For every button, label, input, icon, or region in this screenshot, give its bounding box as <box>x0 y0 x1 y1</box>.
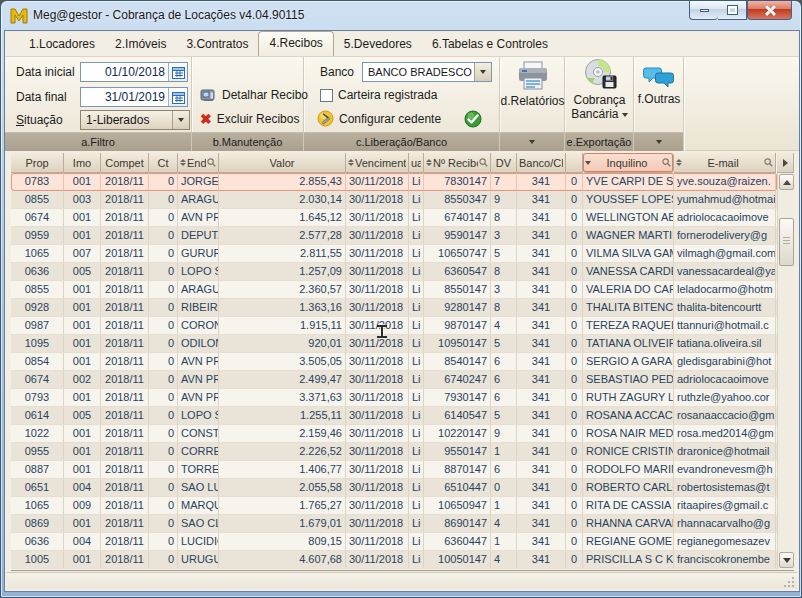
cell-imo[interactable]: 001 <box>64 425 101 443</box>
cell-e-mail[interactable]: rhannacarvalho@g <box>674 515 776 533</box>
cell-prop[interactable]: 0636 <box>11 263 64 281</box>
scroll-thumb[interactable] <box>779 218 794 266</box>
cell-dv[interactable]: 8 <box>491 209 517 227</box>
cell-e-mail[interactable]: franciscokronembe <box>674 551 776 569</box>
cell-prop[interactable]: 0887 <box>11 461 64 479</box>
cell-e-mail[interactable]: vilmagh@gmail.com <box>674 245 776 263</box>
cell-valor[interactable]: 2.159,46 <box>219 425 346 443</box>
cell-endere-o[interactable]: DEPUTADO <box>178 227 219 245</box>
cell-dv[interactable]: 6 <box>491 353 517 371</box>
maximize-button[interactable] <box>718 1 747 20</box>
cell-banco-crt[interactable]: 341 <box>517 173 566 191</box>
cell-n-recibo[interactable]: 10650747 <box>424 245 491 263</box>
cell-imo[interactable]: 001 <box>64 353 101 371</box>
cell-inquilino[interactable]: ROSA NAIR MEDEI <box>583 425 674 443</box>
cell-e-mail[interactable]: draronice@hotmail <box>674 443 776 461</box>
cell-compet[interactable]: 2018/11 <box>101 227 149 245</box>
cell-e-mail[interactable]: ritaapires@gmail.c <box>674 497 776 515</box>
cell-e-mail[interactable]: robertosistemas@t <box>674 479 776 497</box>
cell-n-recibo[interactable]: 8550147 <box>424 281 491 299</box>
cell-endere-o[interactable]: LOPO SAR <box>178 263 219 281</box>
tab-5-devedores[interactable]: 5.Devedores <box>334 33 422 56</box>
cell-ct[interactable]: 0 <box>149 551 178 569</box>
cell-endere-o[interactable]: AVN PRAD <box>178 209 219 227</box>
cell-vencimento[interactable]: 30/11/2018 <box>346 515 409 533</box>
cell-prop[interactable]: 0614 <box>11 407 64 425</box>
cell-ua[interactable]: Li <box>409 497 424 515</box>
cell-ua[interactable]: Li <box>409 227 424 245</box>
cell-inquilino[interactable]: RONICE CRISTINA <box>583 443 674 461</box>
cell-n-recibo[interactable]: 10220147 <box>424 425 491 443</box>
cell-prop[interactable]: 0636 <box>11 533 64 551</box>
cell-prop[interactable]: 0674 <box>11 209 64 227</box>
data-inicial-field[interactable]: 01/10/2018 <box>80 62 188 82</box>
tab-4-recibos[interactable]: 4.Recibos <box>258 31 333 56</box>
cell-dv[interactable]: 5 <box>491 335 517 353</box>
cell-imo[interactable]: 005 <box>64 407 101 425</box>
column-header-banco-crt[interactable]: Banco/CRT <box>517 153 566 173</box>
cell-ua[interactable]: Li <box>409 353 424 371</box>
cell-imo[interactable]: 001 <box>64 389 101 407</box>
cell-ua[interactable]: Li <box>409 191 424 209</box>
cell-n-recibo[interactable]: 8540147 <box>424 353 491 371</box>
cell-banco-crt[interactable]: 341 <box>517 515 566 533</box>
cell-ua[interactable]: Li <box>409 479 424 497</box>
cell-imo[interactable]: 009 <box>64 497 101 515</box>
cell-compet[interactable]: 2018/11 <box>101 353 149 371</box>
column-header-endere-o[interactable]: Endereço <box>178 153 219 173</box>
cell-compet[interactable]: 2018/11 <box>101 281 149 299</box>
column-header-ct[interactable]: Ct <box>149 153 178 173</box>
situacao-dropdown-button[interactable] <box>172 111 189 129</box>
cell-ct[interactable]: 0 <box>149 191 178 209</box>
cell-dv[interactable]: 9 <box>491 425 517 443</box>
cell-e-mail[interactable]: rosanaaccacio@gm <box>674 407 776 425</box>
cell-dv[interactable]: 0 <box>491 479 517 497</box>
cell-imo[interactable]: 007 <box>64 245 101 263</box>
cell-prop[interactable]: 0928 <box>11 299 64 317</box>
cell-ct[interactable]: 0 <box>149 299 178 317</box>
cell-banco-crt[interactable]: 341 <box>517 443 566 461</box>
cell-inquilino[interactable]: VILMA SILVA GAM <box>583 245 674 263</box>
cell-n-recibo[interactable]: 6740147 <box>424 209 491 227</box>
cell-ua[interactable]: Li <box>409 389 424 407</box>
table-row[interactable]: 07830012018/110JORGE YU2.855,4330/11/201… <box>11 173 777 191</box>
cell-banco-crt[interactable]: 341 <box>517 551 566 569</box>
cell-vencimento[interactable]: 30/11/2018 <box>346 443 409 461</box>
cell-n-recibo[interactable]: 6140547 <box>424 407 491 425</box>
table-row[interactable]: 06360052018/110LOPO SAR1.257,0930/11/201… <box>11 263 777 281</box>
cell-dv[interactable]: 3 <box>491 227 517 245</box>
cell-imo[interactable]: 001 <box>64 461 101 479</box>
cell-compet[interactable]: 2018/11 <box>101 209 149 227</box>
cell-prop[interactable]: 0959 <box>11 227 64 245</box>
cell-imo[interactable]: 001 <box>64 299 101 317</box>
cell-prop[interactable]: 1095 <box>11 335 64 353</box>
cell-inquilino[interactable]: YOUSSEF LOPES M <box>583 191 674 209</box>
tab-2-im-veis[interactable]: 2.Imóveis <box>105 33 176 56</box>
cell-valor[interactable]: 1.679,01 <box>219 515 346 533</box>
cell-e-mail[interactable]: yumahmud@hotmai <box>674 191 776 209</box>
cell-imo[interactable]: 001 <box>64 173 101 191</box>
cell-e-mail[interactable]: adriolocacaoimove <box>674 209 776 227</box>
cell-blank[interactable]: 0 <box>566 281 583 299</box>
cell-dv[interactable]: 8 <box>491 299 517 317</box>
cell-inquilino[interactable]: ROBERTO CARLOS <box>583 479 674 497</box>
cell-ua[interactable]: Li <box>409 335 424 353</box>
cell-blank[interactable]: 0 <box>566 551 583 569</box>
cell-endere-o[interactable]: AVN PRAD <box>178 371 219 389</box>
cell-inquilino[interactable]: RHANNA CARVALH <box>583 515 674 533</box>
cell-valor[interactable]: 2.055,58 <box>219 479 346 497</box>
cell-prop[interactable]: 0793 <box>11 389 64 407</box>
cell-dv[interactable]: 5 <box>491 407 517 425</box>
resize-grip[interactable] <box>783 575 796 588</box>
cell-compet[interactable]: 2018/11 <box>101 371 149 389</box>
column-header-prop[interactable]: Prop <box>11 153 64 173</box>
cell-ua[interactable]: Li <box>409 461 424 479</box>
cell-ct[interactable]: 0 <box>149 425 178 443</box>
cell-blank[interactable]: 0 <box>566 299 583 317</box>
cell-n-recibo[interactable]: 7930147 <box>424 389 491 407</box>
cell-compet[interactable]: 2018/11 <box>101 389 149 407</box>
cell-vencimento[interactable]: 30/11/2018 <box>346 281 409 299</box>
cell-imo[interactable]: 001 <box>64 281 101 299</box>
cell-e-mail[interactable]: ruthzle@yahoo.cor <box>674 389 776 407</box>
cell-ct[interactable]: 0 <box>149 497 178 515</box>
